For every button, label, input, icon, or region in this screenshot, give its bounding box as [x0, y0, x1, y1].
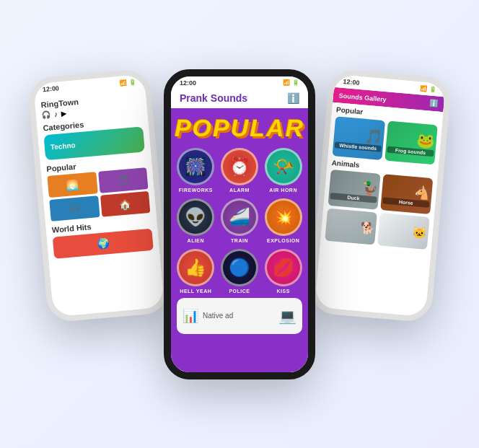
list-item[interactable]: 🌅	[47, 172, 97, 198]
sound-fireworks[interactable]: 🎆 FIREWORKS	[177, 148, 215, 193]
right-status-icons: 📶 🔋	[420, 84, 437, 92]
sound-airhorn[interactable]: 📯 AIR HORN	[264, 148, 302, 193]
right-header-title: Sounds Gallery	[338, 92, 387, 103]
duck-item[interactable]: 🦆 Duck	[328, 169, 381, 209]
ad-text: Native ad	[203, 312, 233, 320]
cat-emoji: 🐱	[412, 225, 428, 240]
left-status-icons: 📶 🔋	[119, 78, 136, 86]
right-phone: 12:00 📶 🔋 Sounds Gallery ℹ️ Popular 🎵 Wh…	[309, 68, 452, 323]
frog-emoji: 🐸	[416, 131, 436, 150]
right-info-icon[interactable]: ℹ️	[429, 99, 439, 107]
fireworks-circle: 🎆	[177, 148, 214, 185]
left-phone: 12:00 📶 🔋 RingTown 🎧 ♪ ▶ Categories Tech…	[27, 68, 171, 323]
info-icon[interactable]: ℹ️	[287, 92, 299, 104]
sound-alarm[interactable]: ⏰ ALARM	[221, 148, 259, 193]
list-item[interactable]: 🎶	[49, 196, 100, 221]
frog-sounds-item[interactable]: 🐸 Frog sounds	[384, 120, 438, 164]
train-circle: 🚄	[221, 198, 258, 236]
center-status-icons: 📶 🔋	[283, 79, 299, 86]
dog-item[interactable]: 🐕	[325, 208, 377, 245]
right-popular-row: 🎵 Whistle sounds 🐸 Frog sounds	[333, 116, 438, 164]
list-item[interactable]: 🏠	[100, 190, 150, 216]
kiss-circle: 💋	[265, 249, 302, 286]
alarm-circle: ⏰	[221, 148, 258, 185]
fireworks-label: FIREWORKS	[179, 188, 213, 193]
right-content: Sounds Gallery ℹ️ Popular 🎵 Whistle soun…	[315, 87, 444, 316]
explosion-circle: 💥	[265, 198, 302, 236]
whistle-emoji: 🎵	[364, 126, 383, 145]
police-circle: 🔵	[221, 249, 258, 286]
techno-card[interactable]: Techno	[43, 126, 145, 160]
right-animals-row2: 🐕 🐱	[325, 208, 429, 249]
alien-circle: 👽	[177, 198, 214, 236]
ad-graphic: 📊	[183, 308, 198, 324]
airhorn-label: AIR HORN	[269, 188, 297, 193]
popular-grid: 🌅 🎵 🎶 🏠	[47, 167, 150, 221]
sounds-grid: 🎆 FIREWORKS ⏰ ALARM 📯 AIR HORN 👽 ALIEN	[177, 148, 302, 294]
app-title: Prank Sounds	[180, 92, 247, 104]
techno-label: Techno	[50, 141, 76, 151]
hellyeah-label: HELL YEAH	[180, 289, 211, 294]
horse-emoji: 🐴	[414, 183, 431, 201]
cat-item[interactable]: 🐱	[377, 213, 430, 250]
center-time: 12:00	[180, 79, 196, 87]
phones-container: 12:00 📶 🔋 RingTown 🎧 ♪ ▶ Categories Tech…	[30, 15, 449, 434]
right-time: 12:00	[343, 77, 360, 86]
kiss-label: KISS	[276, 289, 289, 294]
hellyeah-circle: 👍	[177, 249, 214, 286]
list-item[interactable]: 🎵	[98, 167, 149, 193]
whistle-sounds-item[interactable]: 🎵 Whistle sounds	[333, 116, 386, 160]
center-content: POPULAR 🎆 FIREWORKS ⏰ ALARM 📯 AIR HORN	[171, 108, 308, 372]
sound-explosion[interactable]: 💥 EXPLOSION	[264, 198, 302, 243]
horse-item[interactable]: 🐴 Horse	[380, 174, 433, 214]
dog-emoji: 🐕	[359, 220, 375, 235]
left-content: RingTown 🎧 ♪ ▶ Categories Techno Popular…	[35, 87, 164, 316]
center-phone: 12:00 📶 🔋 Prank Sounds ℹ️ POPULAR 🎆 FIRE…	[164, 69, 315, 379]
center-app-header: Prank Sounds ℹ️	[171, 89, 308, 108]
sound-kiss[interactable]: 💋 KISS	[264, 249, 302, 294]
sound-hellyeah[interactable]: 👍 HELL YEAH	[177, 249, 215, 294]
alarm-label: ALARM	[229, 188, 250, 193]
sound-police[interactable]: 🔵 POLICE	[221, 249, 259, 294]
ad-image: 💻	[278, 307, 296, 325]
sound-train[interactable]: 🚄 TRAIN	[221, 198, 259, 243]
sound-alien[interactable]: 👽 ALIEN	[177, 198, 215, 243]
popular-heading: POPULAR	[175, 114, 304, 142]
native-ad[interactable]: 📊 Native ad 💻	[177, 298, 302, 334]
center-status-bar: 12:00 📶 🔋	[171, 76, 308, 89]
airhorn-circle: 📯	[265, 148, 302, 185]
right-animals-row1: 🦆 Duck 🐴 Horse	[328, 169, 434, 214]
explosion-label: EXPLOSION	[267, 238, 299, 243]
train-label: TRAIN	[231, 238, 248, 243]
duck-emoji: 🦆	[361, 179, 379, 196]
police-label: POLICE	[229, 289, 250, 294]
left-time: 12:00	[42, 84, 59, 93]
alien-label: ALIEN	[188, 238, 205, 243]
right-body: Popular 🎵 Whistle sounds 🐸 Frog sounds A…	[315, 102, 443, 316]
